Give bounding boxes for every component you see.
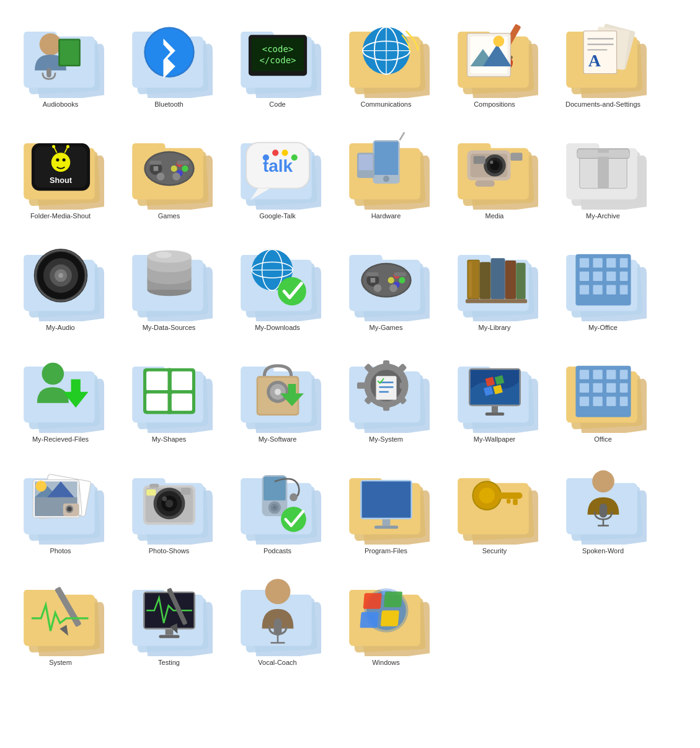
icon-item-spoken-word[interactable]: Spoken-Word bbox=[549, 453, 657, 558]
icon-item-bluetooth[interactable]: Bluetooth bbox=[115, 6, 223, 112]
icon-label-games: Games bbox=[158, 212, 180, 220]
icon-item-my-received-files[interactable]: My-Recieved-Files bbox=[6, 341, 115, 447]
svg-rect-389 bbox=[497, 492, 522, 499]
icon-canvas-my-library bbox=[451, 234, 538, 321]
svg-rect-318 bbox=[579, 383, 588, 393]
icon-label-security: Security bbox=[482, 547, 507, 554]
svg-rect-9 bbox=[47, 68, 51, 78]
svg-rect-378 bbox=[361, 481, 410, 518]
icon-label-spoken-word: Spoken-Word bbox=[582, 547, 624, 554]
svg-rect-314 bbox=[579, 370, 588, 379]
icon-item-security[interactable]: Security bbox=[440, 453, 549, 558]
svg-rect-323 bbox=[593, 396, 602, 406]
icon-label-my-office: My-Office bbox=[588, 324, 618, 331]
svg-rect-354 bbox=[181, 488, 190, 494]
svg-rect-321 bbox=[619, 383, 627, 393]
svg-point-202 bbox=[389, 284, 397, 292]
svg-rect-322 bbox=[579, 396, 588, 406]
svg-point-175 bbox=[156, 252, 171, 258]
icon-item-folder-media-shout[interactable]: Shout Folder-Media-Shout bbox=[6, 118, 115, 223]
svg-point-269 bbox=[274, 389, 280, 395]
svg-rect-138 bbox=[473, 156, 485, 164]
svg-point-353 bbox=[162, 496, 167, 501]
icon-item-my-audio[interactable]: My-Audio bbox=[6, 229, 115, 335]
icon-item-testing[interactable]: Testing bbox=[115, 564, 223, 670]
svg-rect-218 bbox=[465, 299, 526, 303]
svg-point-107 bbox=[262, 154, 268, 161]
svg-rect-192 bbox=[349, 255, 382, 264]
icon-label-folder-media-shout: Folder-Media-Shout bbox=[30, 212, 91, 220]
icon-item-media[interactable]: Media bbox=[440, 118, 549, 223]
icon-item-photo-shows[interactable]: Photo-Shows bbox=[115, 453, 223, 558]
icon-item-code[interactable]: <code> </code> Code bbox=[223, 6, 332, 112]
icon-label-my-shapes: My-Shapes bbox=[152, 435, 187, 443]
svg-rect-253 bbox=[146, 372, 169, 391]
svg-rect-85 bbox=[132, 143, 165, 153]
icon-label-my-wallpaper: My-Wallpaper bbox=[474, 435, 515, 443]
icon-canvas-my-wallpaper bbox=[451, 346, 538, 433]
svg-rect-215 bbox=[505, 260, 516, 299]
icon-canvas-my-archive bbox=[560, 123, 647, 210]
icon-item-vocal-coach[interactable]: Vocal-Coach bbox=[223, 564, 332, 670]
icon-item-my-downloads[interactable]: My-Downloads bbox=[223, 229, 332, 335]
svg-point-367 bbox=[273, 506, 276, 509]
svg-rect-97 bbox=[177, 161, 188, 164]
svg-point-74 bbox=[62, 158, 65, 161]
icon-label-podcasts: Podcasts bbox=[264, 547, 291, 554]
icon-canvas-my-data-sources bbox=[126, 234, 213, 321]
icon-item-my-office[interactable]: My-Office bbox=[549, 229, 657, 335]
icon-item-my-archive[interactable]: My-Archive bbox=[549, 118, 657, 223]
svg-rect-254 bbox=[171, 372, 192, 391]
icon-item-my-data-sources[interactable]: My-Data-Sources bbox=[115, 229, 223, 335]
icon-item-google-talk[interactable]: talk Google-Talk bbox=[223, 118, 332, 223]
icon-item-my-software[interactable]: My-Software bbox=[223, 341, 332, 447]
icon-item-compositions[interactable]: Compositions bbox=[440, 6, 549, 112]
icon-item-program-files[interactable]: Program-Files bbox=[332, 453, 440, 558]
icon-item-documents-and-settings[interactable]: A Documents-and-Settings bbox=[549, 6, 657, 112]
svg-rect-136 bbox=[510, 153, 522, 161]
icon-item-my-shapes[interactable]: My-Shapes bbox=[115, 341, 223, 447]
svg-rect-204 bbox=[394, 272, 405, 276]
icon-item-my-library[interactable]: My-Library bbox=[440, 229, 549, 335]
icon-label-office: Office bbox=[594, 435, 612, 443]
icon-item-my-games[interactable]: My-Games bbox=[332, 229, 440, 335]
svg-rect-256 bbox=[171, 393, 192, 411]
svg-rect-306 bbox=[485, 412, 504, 416]
svg-point-108 bbox=[272, 149, 278, 156]
svg-rect-213 bbox=[479, 262, 490, 300]
icon-canvas-my-received-files bbox=[17, 346, 104, 433]
svg-rect-380 bbox=[374, 525, 397, 528]
svg-rect-440 bbox=[363, 593, 381, 608]
svg-rect-390 bbox=[513, 499, 518, 505]
svg-rect-122 bbox=[358, 154, 373, 170]
icon-label-my-data-sources: My-Data-Sources bbox=[143, 324, 196, 331]
svg-rect-216 bbox=[516, 263, 525, 300]
icon-item-system[interactable]: System bbox=[6, 564, 115, 670]
icon-item-podcasts[interactable]: Podcasts bbox=[223, 453, 332, 558]
icon-label-photos: Photos bbox=[50, 547, 71, 554]
svg-rect-235 bbox=[593, 285, 602, 294]
icon-canvas-my-software bbox=[234, 346, 321, 433]
icon-label-compositions: Compositions bbox=[474, 100, 515, 108]
svg-point-135 bbox=[490, 161, 493, 164]
icon-label-testing: Testing bbox=[158, 659, 180, 666]
svg-rect-320 bbox=[606, 383, 616, 393]
icon-canvas-media bbox=[451, 123, 538, 210]
svg-rect-89 bbox=[153, 166, 158, 171]
icon-item-windows[interactable]: Windows bbox=[332, 564, 440, 670]
icon-canvas-system bbox=[17, 569, 104, 656]
svg-rect-255 bbox=[146, 393, 169, 411]
icon-item-communications[interactable]: Communications bbox=[332, 6, 440, 112]
icon-item-my-wallpaper[interactable]: My-Wallpaper bbox=[440, 341, 549, 447]
icon-canvas-games bbox=[126, 123, 213, 210]
icon-item-hardware[interactable]: Hardware bbox=[332, 118, 440, 223]
icon-item-photos[interactable]: Photos bbox=[6, 453, 115, 558]
icon-grid: Audiobooks Bluetooth bbox=[6, 6, 694, 670]
svg-text:</code>: </code> bbox=[259, 55, 296, 65]
svg-rect-232 bbox=[606, 272, 616, 281]
icon-item-audiobooks[interactable]: Audiobooks bbox=[6, 6, 115, 112]
icon-item-games[interactable]: Games bbox=[115, 118, 223, 223]
icon-item-my-system[interactable]: My-System bbox=[332, 341, 440, 447]
icon-item-office[interactable]: Office bbox=[549, 341, 657, 447]
icon-label-audiobooks: Audiobooks bbox=[43, 100, 79, 108]
